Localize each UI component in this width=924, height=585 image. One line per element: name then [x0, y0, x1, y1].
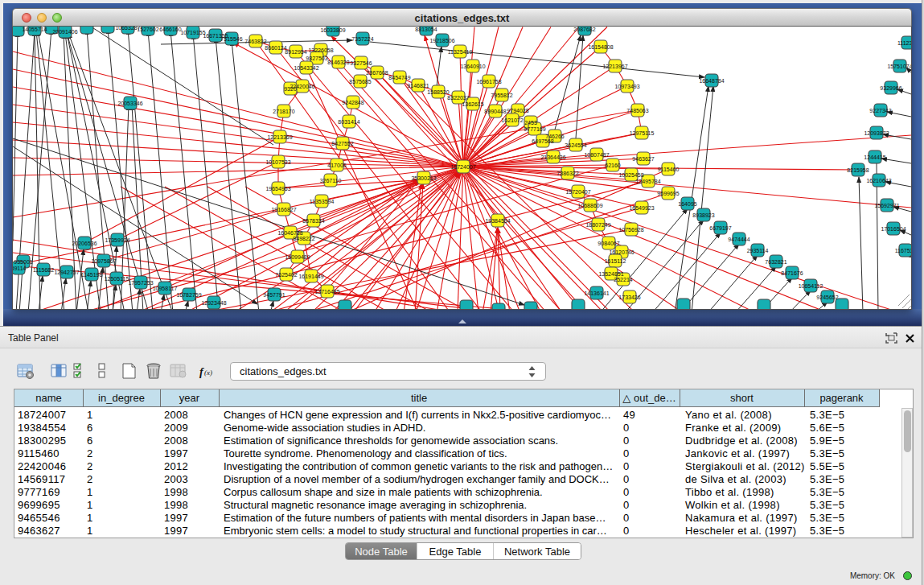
svg-text:25300213: 25300213 — [411, 175, 436, 181]
svg-text:13226058: 13226058 — [308, 47, 333, 53]
svg-text:10107533: 10107533 — [265, 159, 290, 165]
svg-text:9084067: 9084067 — [598, 241, 619, 246]
svg-text:9146821: 9146821 — [407, 83, 429, 89]
svg-text:3267110: 3267110 — [320, 178, 342, 183]
svg-text:2087682: 2087682 — [573, 27, 595, 32]
svg-text:8813054: 8813054 — [415, 27, 437, 32]
svg-text:17359934: 17359934 — [105, 237, 129, 243]
svg-text:16782759: 16782759 — [176, 292, 201, 298]
svg-text:12923448: 12923448 — [201, 300, 226, 306]
svg-text:9242848: 9242848 — [342, 100, 363, 105]
svg-text:1115682: 1115682 — [33, 267, 54, 273]
svg-text:16154808: 16154808 — [588, 44, 613, 50]
svg-text:13716485: 13716485 — [314, 289, 339, 295]
svg-text:16120746: 16120746 — [609, 249, 634, 255]
svg-text:9699695: 9699695 — [657, 191, 679, 196]
svg-text:18724007: 18724007 — [450, 164, 475, 170]
svg-text:19384554: 19384554 — [485, 218, 510, 224]
svg-text:16648784: 16648784 — [699, 78, 724, 84]
svg-text:12213369: 12213369 — [267, 134, 292, 140]
svg-text:252214: 252214 — [614, 277, 632, 282]
svg-text:8215958: 8215958 — [847, 167, 869, 173]
svg-text:9327546: 9327546 — [350, 60, 372, 66]
svg-text:2453: 2453 — [524, 120, 537, 126]
svg-text:13524851: 13524851 — [598, 271, 623, 277]
svg-text:16099489: 16099489 — [285, 254, 310, 260]
svg-text:8578334: 8578334 — [302, 218, 324, 224]
svg-text:9245652: 9245652 — [816, 295, 838, 300]
svg-text:12213967: 12213967 — [602, 64, 627, 69]
svg-text:12942757: 12942757 — [54, 270, 79, 275]
svg-text:1588520: 1588520 — [427, 89, 449, 95]
svg-text:1527602: 1527602 — [137, 27, 158, 32]
svg-text:9463627: 9463627 — [632, 156, 654, 162]
svg-text:16046788: 16046788 — [277, 230, 302, 236]
svg-text:2718170: 2718170 — [273, 109, 294, 114]
svg-text:8498222: 8498222 — [293, 236, 314, 241]
svg-text:6497568: 6497568 — [532, 138, 553, 144]
svg-text:7632821: 7632821 — [765, 259, 786, 265]
svg-text:12505115: 12505115 — [105, 276, 129, 282]
svg-text:10654112: 10654112 — [799, 283, 823, 289]
svg-text:15720407: 15720407 — [565, 189, 590, 195]
svg-text:8990448: 8990448 — [484, 109, 506, 114]
svg-text:15692971: 15692971 — [874, 203, 899, 208]
svg-text:164095: 164095 — [678, 201, 696, 207]
svg-text:9474444: 9474444 — [728, 237, 749, 242]
svg-text:20053346: 20053346 — [117, 101, 142, 106]
svg-text:10973493: 10973493 — [614, 84, 639, 89]
svg-text:10756928: 10756928 — [618, 227, 643, 233]
svg-text:14055714: 14055714 — [22, 27, 47, 32]
svg-text:7485063: 7485063 — [626, 108, 648, 113]
svg-text:7955812: 7955812 — [491, 93, 512, 98]
svg-text:3624554: 3624554 — [565, 142, 586, 148]
svg-text:1362615: 1362615 — [462, 101, 483, 107]
svg-text:17016504: 17016504 — [881, 226, 906, 232]
svg-text:10719155: 10719155 — [180, 30, 205, 35]
svg-text:10543342: 10543342 — [294, 65, 318, 71]
svg-text:7357224: 7357224 — [351, 36, 373, 42]
svg-text:11325419: 11325419 — [448, 49, 473, 55]
svg-text:12495784: 12495784 — [635, 179, 660, 184]
svg-text:6466160: 6466160 — [159, 27, 181, 32]
svg-text:1733426: 1733426 — [618, 295, 640, 300]
svg-text:19218506: 19218506 — [429, 38, 454, 43]
svg-text:21364436: 21364436 — [540, 154, 565, 160]
svg-text:1621072: 1621072 — [501, 117, 523, 123]
svg-text:2367608: 2367608 — [366, 70, 388, 76]
svg-text:14136141: 14136141 — [584, 290, 609, 296]
svg-text:12975115: 12975115 — [630, 130, 655, 136]
svg-text:8938923: 8938923 — [692, 212, 714, 218]
svg-text:8146328: 8146328 — [327, 60, 349, 65]
svg-text:9457791: 9457791 — [263, 292, 285, 298]
svg-text:16191449: 16191449 — [298, 274, 323, 279]
svg-text:16033809: 16033809 — [320, 27, 345, 33]
svg-text:11353594: 11353594 — [310, 199, 335, 204]
svg-text:16549923: 16549923 — [629, 205, 654, 211]
svg-text:6679197: 6679197 — [709, 225, 731, 231]
svg-text:8575685: 8575685 — [349, 79, 371, 84]
svg-text:1244415: 1244415 — [864, 154, 885, 160]
svg-text:8660124: 8660124 — [265, 45, 286, 51]
svg-text:1615112: 1615112 — [605, 258, 626, 264]
svg-text:7463822: 7463822 — [244, 39, 266, 44]
svg-text:9227343: 9227343 — [869, 108, 891, 113]
svg-text:8031414: 8031414 — [338, 119, 359, 125]
svg-text:16210643: 16210643 — [866, 178, 891, 183]
svg-text:19166827: 19166827 — [271, 207, 296, 212]
svg-text:2935114: 2935114 — [747, 248, 769, 253]
svg-text:39114: 39114 — [13, 266, 27, 271]
svg-text:9794028: 9794028 — [507, 108, 528, 113]
svg-text:9777169: 9777169 — [524, 126, 545, 132]
svg-text:10975867: 10975867 — [91, 258, 116, 264]
svg-text:8322037: 8322037 — [447, 95, 469, 101]
svg-text:1145198: 1145198 — [81, 272, 103, 278]
svg-text:19654963: 19654963 — [265, 186, 290, 192]
svg-text:1112384: 1112384 — [897, 40, 911, 46]
svg-text:12093872: 12093872 — [864, 130, 889, 136]
svg-text:8471676: 8471676 — [781, 270, 803, 276]
svg-text:17957253: 17957253 — [128, 280, 153, 286]
svg-text:9329966: 9329966 — [880, 85, 901, 91]
svg-text:10688609: 10688609 — [577, 203, 602, 208]
svg-text:9827503: 9827503 — [306, 56, 327, 61]
